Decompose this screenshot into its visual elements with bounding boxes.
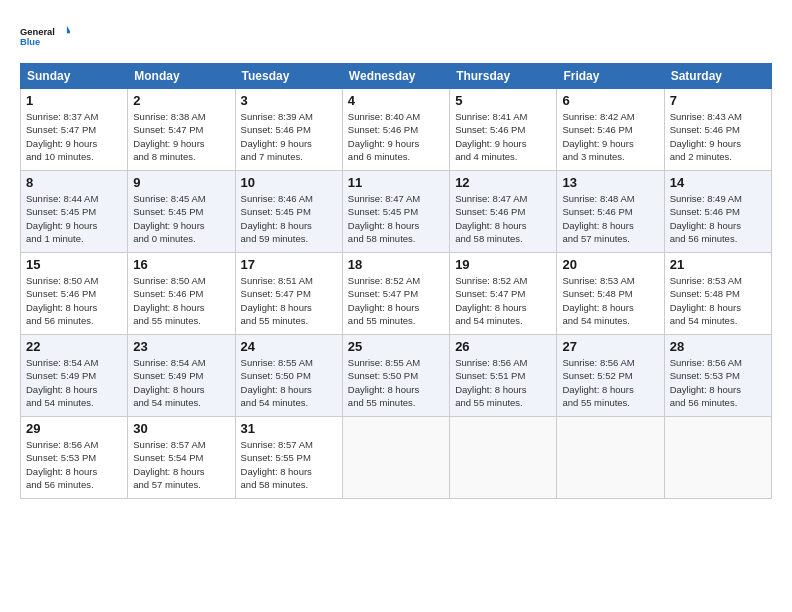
weekday-saturday: Saturday [664, 64, 771, 89]
day-number: 27 [562, 339, 658, 354]
day-info: Sunrise: 8:57 AM Sunset: 5:54 PM Dayligh… [133, 438, 229, 491]
day-info: Sunrise: 8:45 AM Sunset: 5:45 PM Dayligh… [133, 192, 229, 245]
day-number: 11 [348, 175, 444, 190]
logo-svg: General Blue [20, 18, 70, 53]
day-cell [557, 417, 664, 499]
svg-marker-2 [67, 26, 70, 34]
day-number: 22 [26, 339, 122, 354]
week-row-1: 1Sunrise: 8:37 AM Sunset: 5:47 PM Daylig… [21, 89, 772, 171]
day-number: 12 [455, 175, 551, 190]
day-number: 10 [241, 175, 337, 190]
day-number: 29 [26, 421, 122, 436]
day-cell: 31Sunrise: 8:57 AM Sunset: 5:55 PM Dayli… [235, 417, 342, 499]
day-number: 6 [562, 93, 658, 108]
day-cell: 12Sunrise: 8:47 AM Sunset: 5:46 PM Dayli… [450, 171, 557, 253]
day-number: 14 [670, 175, 766, 190]
day-info: Sunrise: 8:54 AM Sunset: 5:49 PM Dayligh… [26, 356, 122, 409]
day-info: Sunrise: 8:52 AM Sunset: 5:47 PM Dayligh… [348, 274, 444, 327]
logo: General Blue [20, 18, 70, 53]
day-info: Sunrise: 8:48 AM Sunset: 5:46 PM Dayligh… [562, 192, 658, 245]
day-info: Sunrise: 8:37 AM Sunset: 5:47 PM Dayligh… [26, 110, 122, 163]
weekday-wednesday: Wednesday [342, 64, 449, 89]
day-info: Sunrise: 8:50 AM Sunset: 5:46 PM Dayligh… [133, 274, 229, 327]
day-cell: 2Sunrise: 8:38 AM Sunset: 5:47 PM Daylig… [128, 89, 235, 171]
day-info: Sunrise: 8:53 AM Sunset: 5:48 PM Dayligh… [562, 274, 658, 327]
day-number: 20 [562, 257, 658, 272]
day-cell: 24Sunrise: 8:55 AM Sunset: 5:50 PM Dayli… [235, 335, 342, 417]
day-number: 21 [670, 257, 766, 272]
weekday-monday: Monday [128, 64, 235, 89]
day-info: Sunrise: 8:50 AM Sunset: 5:46 PM Dayligh… [26, 274, 122, 327]
day-info: Sunrise: 8:42 AM Sunset: 5:46 PM Dayligh… [562, 110, 658, 163]
day-number: 1 [26, 93, 122, 108]
day-cell: 15Sunrise: 8:50 AM Sunset: 5:46 PM Dayli… [21, 253, 128, 335]
day-info: Sunrise: 8:44 AM Sunset: 5:45 PM Dayligh… [26, 192, 122, 245]
day-cell: 1Sunrise: 8:37 AM Sunset: 5:47 PM Daylig… [21, 89, 128, 171]
day-number: 2 [133, 93, 229, 108]
day-number: 15 [26, 257, 122, 272]
day-info: Sunrise: 8:47 AM Sunset: 5:46 PM Dayligh… [455, 192, 551, 245]
day-info: Sunrise: 8:47 AM Sunset: 5:45 PM Dayligh… [348, 192, 444, 245]
week-row-5: 29Sunrise: 8:56 AM Sunset: 5:53 PM Dayli… [21, 417, 772, 499]
day-info: Sunrise: 8:38 AM Sunset: 5:47 PM Dayligh… [133, 110, 229, 163]
day-cell: 29Sunrise: 8:56 AM Sunset: 5:53 PM Dayli… [21, 417, 128, 499]
day-number: 24 [241, 339, 337, 354]
day-cell: 10Sunrise: 8:46 AM Sunset: 5:45 PM Dayli… [235, 171, 342, 253]
day-info: Sunrise: 8:52 AM Sunset: 5:47 PM Dayligh… [455, 274, 551, 327]
day-number: 19 [455, 257, 551, 272]
page-header: General Blue [20, 18, 772, 53]
day-info: Sunrise: 8:54 AM Sunset: 5:49 PM Dayligh… [133, 356, 229, 409]
day-cell: 22Sunrise: 8:54 AM Sunset: 5:49 PM Dayli… [21, 335, 128, 417]
weekday-tuesday: Tuesday [235, 64, 342, 89]
day-info: Sunrise: 8:53 AM Sunset: 5:48 PM Dayligh… [670, 274, 766, 327]
day-cell: 27Sunrise: 8:56 AM Sunset: 5:52 PM Dayli… [557, 335, 664, 417]
day-cell: 17Sunrise: 8:51 AM Sunset: 5:47 PM Dayli… [235, 253, 342, 335]
calendar-page: General Blue SundayMondayTuesdayWednesda… [0, 0, 792, 612]
day-cell: 8Sunrise: 8:44 AM Sunset: 5:45 PM Daylig… [21, 171, 128, 253]
day-cell: 25Sunrise: 8:55 AM Sunset: 5:50 PM Dayli… [342, 335, 449, 417]
day-number: 31 [241, 421, 337, 436]
day-number: 30 [133, 421, 229, 436]
day-info: Sunrise: 8:41 AM Sunset: 5:46 PM Dayligh… [455, 110, 551, 163]
day-cell [664, 417, 771, 499]
day-cell: 13Sunrise: 8:48 AM Sunset: 5:46 PM Dayli… [557, 171, 664, 253]
day-cell: 3Sunrise: 8:39 AM Sunset: 5:46 PM Daylig… [235, 89, 342, 171]
day-cell: 28Sunrise: 8:56 AM Sunset: 5:53 PM Dayli… [664, 335, 771, 417]
day-info: Sunrise: 8:55 AM Sunset: 5:50 PM Dayligh… [348, 356, 444, 409]
day-cell: 19Sunrise: 8:52 AM Sunset: 5:47 PM Dayli… [450, 253, 557, 335]
calendar-table: SundayMondayTuesdayWednesdayThursdayFrid… [20, 63, 772, 499]
day-cell: 4Sunrise: 8:40 AM Sunset: 5:46 PM Daylig… [342, 89, 449, 171]
day-info: Sunrise: 8:56 AM Sunset: 5:52 PM Dayligh… [562, 356, 658, 409]
day-info: Sunrise: 8:51 AM Sunset: 5:47 PM Dayligh… [241, 274, 337, 327]
day-info: Sunrise: 8:56 AM Sunset: 5:51 PM Dayligh… [455, 356, 551, 409]
day-number: 8 [26, 175, 122, 190]
day-number: 7 [670, 93, 766, 108]
svg-text:General: General [20, 27, 55, 37]
day-info: Sunrise: 8:49 AM Sunset: 5:46 PM Dayligh… [670, 192, 766, 245]
day-info: Sunrise: 8:39 AM Sunset: 5:46 PM Dayligh… [241, 110, 337, 163]
day-number: 3 [241, 93, 337, 108]
day-info: Sunrise: 8:40 AM Sunset: 5:46 PM Dayligh… [348, 110, 444, 163]
day-cell: 26Sunrise: 8:56 AM Sunset: 5:51 PM Dayli… [450, 335, 557, 417]
day-info: Sunrise: 8:57 AM Sunset: 5:55 PM Dayligh… [241, 438, 337, 491]
day-info: Sunrise: 8:46 AM Sunset: 5:45 PM Dayligh… [241, 192, 337, 245]
day-cell: 14Sunrise: 8:49 AM Sunset: 5:46 PM Dayli… [664, 171, 771, 253]
day-cell: 6Sunrise: 8:42 AM Sunset: 5:46 PM Daylig… [557, 89, 664, 171]
weekday-thursday: Thursday [450, 64, 557, 89]
day-number: 25 [348, 339, 444, 354]
day-info: Sunrise: 8:55 AM Sunset: 5:50 PM Dayligh… [241, 356, 337, 409]
weekday-sunday: Sunday [21, 64, 128, 89]
day-number: 28 [670, 339, 766, 354]
day-number: 26 [455, 339, 551, 354]
day-number: 9 [133, 175, 229, 190]
day-cell: 30Sunrise: 8:57 AM Sunset: 5:54 PM Dayli… [128, 417, 235, 499]
svg-text:Blue: Blue [20, 37, 40, 47]
day-cell: 11Sunrise: 8:47 AM Sunset: 5:45 PM Dayli… [342, 171, 449, 253]
day-cell: 21Sunrise: 8:53 AM Sunset: 5:48 PM Dayli… [664, 253, 771, 335]
day-info: Sunrise: 8:43 AM Sunset: 5:46 PM Dayligh… [670, 110, 766, 163]
day-number: 16 [133, 257, 229, 272]
day-cell [450, 417, 557, 499]
day-number: 4 [348, 93, 444, 108]
day-cell: 23Sunrise: 8:54 AM Sunset: 5:49 PM Dayli… [128, 335, 235, 417]
day-cell [342, 417, 449, 499]
